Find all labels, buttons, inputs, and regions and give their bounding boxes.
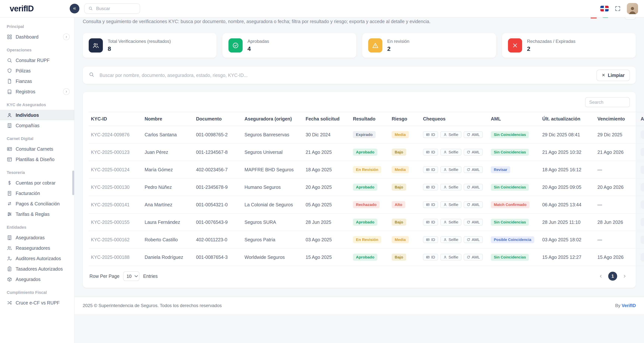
kyc-id-link[interactable]: KYC-2025-000162 [91,237,130,242]
view-details-button[interactable] [641,253,644,261]
cell-nombre: Daniela Rodríguez [142,248,194,266]
cell-ultima-actualizacion: 18 Ago 2025 16:12 [540,161,595,178]
kyc-id-link[interactable]: KYC-2025-000124 [91,167,130,172]
sidebar-item-tarifas-reglas[interactable]: Tarifas & Reglas [0,209,74,219]
previous-page-button[interactable]: ‹ [596,272,605,281]
kyc-id-link[interactable]: KYC-2025-000188 [91,255,130,260]
user-avatar[interactable] [627,3,638,14]
sidebar-item-label: Asegurados [16,277,40,282]
fullscreen-button[interactable] [614,5,621,12]
search-icon [88,6,93,10]
kyc-id-link[interactable]: KYC-2024-009876 [91,132,130,137]
table-search-input[interactable] [585,97,630,107]
kyc-id-link[interactable]: KYC-2025-000130 [91,185,130,190]
sidebar-item-consultar-rupf[interactable]: Consultar RUPF [0,55,74,65]
sidebar-scrollbar[interactable] [72,171,74,195]
check-circle-icon-box [228,38,242,52]
cell-aseguradora: MAPFRE BHD Seguros [242,161,303,178]
sidebar-item-aseguradoras[interactable]: Aseguradoras [0,232,74,243]
check-chip-label: AML [472,202,480,207]
view-details-button[interactable] [641,131,644,139]
sidebar-item-pagos-conciliacion[interactable]: Pagos & Conciliación [0,199,74,209]
sidebar-item-dashboard[interactable]: Dashboard [0,32,74,42]
cell-fecha-solicitud: 05 Ago 2025 [303,196,351,213]
rotate-icon [466,238,470,242]
warning-icon-box [368,38,382,52]
check-chip-label: ID [431,220,435,224]
sidebar-item-cruce-e-cf-vs-rupf[interactable]: Cruce e-CF vs RUPF [0,298,74,308]
aml-badge: Match Confirmado [491,201,530,208]
page-1-button[interactable]: 1 [608,272,617,281]
result-badge: En Revisión [353,166,381,173]
clear-filters-button[interactable]: ✕ Limpiar [596,70,630,81]
cell-documento: 001-0076543-9 [194,213,242,231]
view-details-button[interactable] [641,166,644,174]
sidebar-item-label: Pólizas [16,68,31,73]
cell-ultima-actualizacion: 15 Ago 2025 12:27 [540,248,595,266]
stat-value: 4 [248,45,269,52]
sidebar-item-individuos[interactable]: Individuos [0,110,74,120]
sidebar-item-asegurados[interactable]: Asegurados [0,274,74,285]
view-details-button[interactable] [641,236,644,244]
view-details-button[interactable] [641,183,644,191]
check-chip-id: ID [423,166,438,173]
check-circle-icon [232,42,239,49]
cell-vencimiento: — [595,231,638,248]
sidebar-item-companias[interactable]: Compañías [0,120,74,131]
sidebar-item-label: Dashboard [16,34,38,40]
next-page-button[interactable]: › [620,272,629,281]
check-chip-id: ID [423,201,438,208]
page-size-select[interactable]: 10 [123,271,140,281]
sidebar-item-plantillas-diseno[interactable]: Plantillas & Diseño [0,154,74,165]
sidebar-item-facturacion[interactable]: Facturación [0,188,74,199]
kyc-id-link[interactable]: KYC-2025-000155 [91,220,130,225]
cell-fecha-solicitud: 03 Ago 2025 [303,231,351,248]
check-chip-label: Selfie [448,150,458,154]
cell-aseguradora: Seguros Banreservas [242,126,303,143]
user-icon [443,220,447,224]
sidebar-item-consultar-carnets[interactable]: Consultar Carnets [0,144,74,154]
view-details-button[interactable] [641,218,644,226]
view-details-button[interactable] [641,148,644,156]
stat-value: 2 [387,45,410,52]
user-check-icon [7,256,12,261]
sidebar-collapse-button[interactable]: « [70,4,80,13]
aml-badge: Sin Coincidencias [491,219,529,226]
stat-label: Total Verificaciones (resultados) [108,39,171,44]
check-chip-aml: AML [464,166,483,173]
stat-label: Rechazadas / Expiradas [527,39,576,44]
check-chip-id: ID [423,254,438,261]
sidebar-item-tasadores-autorizados[interactable]: Tasadores Autorizados [0,264,74,274]
rotate-icon [466,168,470,171]
global-search-input[interactable] [96,5,136,11]
stat-card-total-verificaciones-resultados: Total Verificaciones (resultados)8 [83,33,216,58]
results-table-card: KYC-IDNombreDocumentoAseguradora (origen… [83,92,636,288]
user-icon [443,185,447,189]
verifid-link[interactable]: VerifID [622,303,636,308]
language-flag-button[interactable] [600,6,608,11]
cell-vencimiento: — [595,196,638,213]
check-chip-selfie: Selfie [440,236,462,243]
sidebar-item-registros[interactable]: Registros [0,86,74,97]
sidebar-item-polizas[interactable]: Pólizas [0,65,74,76]
sidebar-item-fianzas[interactable]: Fianzas [0,76,74,86]
cell-fecha-solicitud: 30 Dic 2024 [303,126,351,143]
sidebar-item-cuentas-por-cobrar[interactable]: Cuentas por cobrar [0,178,74,188]
kyc-id-link[interactable]: KYC-2025-000141 [91,202,130,207]
brand-logo[interactable]: verifID [0,4,74,13]
cell-fecha-solicitud: 15 Ago 2025 [303,248,351,266]
sidebar-item-label: Aseguradoras [16,235,45,240]
expand-icon [614,5,621,12]
view-details-button[interactable] [641,201,644,209]
user-icon [443,133,447,136]
kyc-id-link[interactable]: KYC-2025-000123 [91,150,130,155]
search-icon [89,72,94,77]
cell-nombre: Ana Martínez [142,196,194,213]
sidebar-item-reaseguradores[interactable]: Reaseguradores [0,243,74,253]
filter-search-input[interactable] [99,72,592,78]
chevron-right-icon [65,35,68,38]
sidebar: PrincipalDashboardOperacionesConsultar R… [0,17,74,343]
sidebar-item-auditores-autorizados[interactable]: Auditores Autorizados [0,253,74,264]
risk-badge: Bajo [392,254,406,261]
check-chip-id: ID [423,184,438,191]
